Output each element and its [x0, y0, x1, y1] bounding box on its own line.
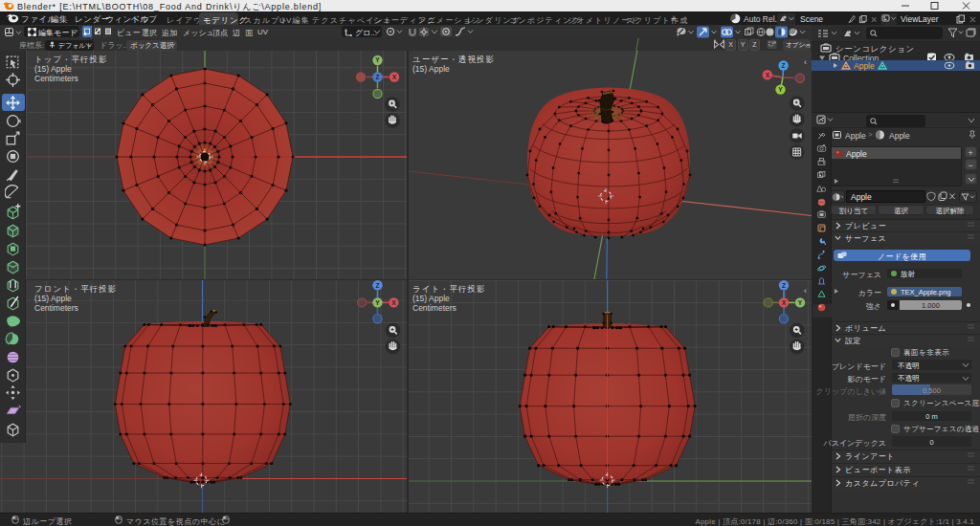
svg-text:(15) Apple: (15) Apple	[34, 64, 72, 74]
svg-text:Y: Y	[375, 299, 380, 306]
svg-text:Z: Z	[782, 62, 786, 69]
svg-text:ユーザー・透視投影: ユーザー・透視投影	[412, 55, 495, 64]
svg-text:ライト・平行投影: ライト・平行投影	[412, 284, 486, 294]
svg-text:Z: Z	[376, 282, 380, 289]
svg-text:Y: Y	[375, 56, 380, 63]
svg-text:フロント・平行投影: フロント・平行投影	[34, 284, 117, 294]
svg-text:X: X	[766, 72, 770, 78]
svg-text:X: X	[392, 74, 397, 80]
svg-text:(15) Apple: (15) Apple	[412, 294, 450, 303]
svg-text:‹: ‹	[804, 57, 807, 67]
svg-text:トップ・平行投影: トップ・平行投影	[34, 55, 108, 64]
svg-text:Centimeters: Centimeters	[412, 303, 457, 313]
svg-text:(15) Apple: (15) Apple	[412, 64, 450, 74]
svg-text:Z: Z	[376, 74, 380, 80]
svg-text:(15) Apple: (15) Apple	[34, 294, 72, 303]
svg-text:X: X	[391, 299, 396, 306]
svg-text:Centimeters: Centimeters	[34, 303, 78, 313]
svg-text:Centimeters: Centimeters	[34, 74, 78, 83]
svg-text:Y: Y	[778, 86, 783, 93]
